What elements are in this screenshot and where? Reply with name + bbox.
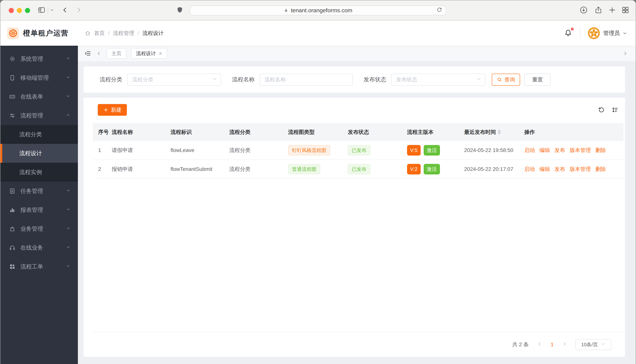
chevron-down-icon[interactable] — [50, 8, 54, 13]
forward-button[interactable] — [75, 6, 82, 14]
user-menu-chevron-icon[interactable] — [622, 31, 627, 36]
notifications-button[interactable] — [564, 29, 572, 38]
sidebar-item-online-forms[interactable]: 在线表单 — [1, 87, 78, 106]
orange-slice-icon — [9, 29, 17, 38]
action-start-link[interactable]: 启动 — [524, 166, 535, 173]
action-delete-link[interactable]: 删除 — [595, 147, 606, 154]
breadcrumb-separator: / — [108, 30, 110, 36]
avatar-orange-icon — [588, 27, 600, 39]
address-bar[interactable]: tenant.orangeforms.com — [190, 6, 446, 15]
shopping-bag-icon — [9, 226, 16, 232]
col-published-at[interactable]: 最近发布时间 — [464, 128, 524, 136]
create-button[interactable]: 新建 — [98, 104, 127, 116]
page-size-select[interactable]: 10条/页 — [575, 339, 611, 350]
action-publish-link[interactable]: 发布 — [554, 166, 565, 173]
tabs-scroll-left-icon[interactable] — [96, 50, 102, 56]
action-version-mgmt-link[interactable]: 版本管理 — [570, 166, 591, 173]
col-actions: 操作 — [524, 128, 623, 136]
sidebar-toggle-icon[interactable] — [38, 6, 46, 15]
browser-window: tenant.orangeforms.com 橙单租户 — [0, 0, 636, 364]
zoom-window-button[interactable] — [25, 8, 30, 13]
sidebar-item-system-mgmt[interactable]: 系统管理 — [1, 50, 78, 68]
row-version: V:5 激活 — [407, 145, 464, 156]
create-button-label: 新建 — [111, 106, 122, 114]
action-edit-link[interactable]: 编辑 — [539, 147, 550, 154]
action-publish-link[interactable]: 发布 — [554, 147, 565, 154]
refresh-icon[interactable] — [598, 106, 605, 114]
table-row: 1 请假申请 flowLeave 流程分类 钉钉风格流程图 已发布 V:5 激活… — [93, 141, 623, 160]
tab-flow-design[interactable]: 流程设计 × — [131, 48, 167, 59]
minimize-window-button[interactable] — [17, 8, 22, 13]
menu-fold-icon[interactable] — [84, 50, 91, 57]
action-start-link[interactable]: 启动 — [524, 147, 535, 154]
sidebar-item-label: 业务管理 — [21, 225, 43, 233]
notification-badge — [571, 28, 574, 30]
sidebar-item-online-business[interactable]: 在线业务 — [1, 238, 78, 257]
share-icon[interactable] — [594, 6, 603, 15]
chevron-down-icon — [66, 244, 71, 251]
url-text: tenant.orangeforms.com — [291, 7, 352, 14]
sidebar-subitem-label: 流程分类 — [19, 131, 42, 138]
row-published-at: 2024-05-22 20:17:07 — [464, 166, 524, 172]
breadcrumb-home[interactable]: 首页 — [94, 30, 105, 37]
row-diagram-type: 钉钉风格流程图 — [288, 145, 348, 156]
tab-home[interactable]: 主页 — [107, 48, 126, 59]
action-edit-link[interactable]: 编辑 — [539, 166, 550, 173]
row-category: 流程分类 — [229, 147, 288, 154]
next-page-icon[interactable] — [562, 341, 567, 348]
chevron-down-icon — [212, 76, 217, 83]
row-version: V:2 激活 — [407, 164, 464, 174]
row-density-icon[interactable] — [611, 106, 619, 114]
col-name: 流程名称 — [112, 128, 170, 136]
sidebar-item-mobile-mgmt[interactable]: 移动端管理 — [1, 68, 78, 87]
mobile-icon — [9, 74, 16, 81]
flow-table-panel: 新建 序号 流程名称 流程标识 流程分类 流程图类型 — [84, 98, 625, 357]
headphones-icon — [9, 244, 16, 251]
active-tag: 激活 — [424, 164, 440, 174]
col-version: 流程主版本 — [407, 128, 464, 136]
prev-page-icon[interactable] — [537, 341, 542, 348]
sidebar-item-business-mgmt[interactable]: 业务管理 — [1, 220, 78, 238]
filter-category-label: 流程分类 — [100, 76, 122, 84]
back-button[interactable] — [61, 6, 69, 14]
sidebar-item-report-mgmt[interactable]: 报表管理 — [1, 200, 78, 220]
action-version-mgmt-link[interactable]: 版本管理 — [570, 147, 591, 154]
flow-name-input[interactable] — [260, 74, 353, 86]
downloads-icon[interactable] — [579, 6, 588, 15]
sidebar-item-flow-mgmt[interactable]: 流程管理 — [1, 106, 78, 125]
search-icon — [497, 77, 502, 82]
sidebar-item-flow-category[interactable]: 流程分类 — [1, 125, 78, 144]
sidebar-item-flow-design[interactable]: 流程设计 — [1, 144, 78, 163]
row-published-at: 2024-05-22 19:58:50 — [464, 147, 524, 153]
sidebar-item-label: 流程工单 — [21, 263, 43, 270]
row-publish-status: 已发布 — [348, 145, 407, 156]
close-tab-icon[interactable]: × — [159, 50, 162, 56]
chevron-down-icon — [66, 74, 71, 81]
tabs-scroll-right-icon[interactable] — [622, 50, 628, 56]
tab-overview-icon[interactable] — [621, 6, 629, 15]
query-button[interactable]: 查询 — [492, 74, 520, 86]
user-avatar[interactable] — [588, 27, 600, 39]
category-select[interactable]: 流程分类 — [127, 74, 221, 86]
breadcrumb-section[interactable]: 流程管理 — [113, 30, 134, 37]
new-tab-icon[interactable] — [608, 6, 616, 15]
breadcrumb-separator: / — [138, 30, 139, 36]
user-name[interactable]: 管理员 — [603, 30, 620, 37]
sidebar-item-label: 在线业务 — [21, 244, 43, 252]
close-window-button[interactable] — [9, 8, 14, 13]
sidebar-item-task-mgmt[interactable]: 任务管理 — [1, 182, 78, 200]
header-actions: 管理员 — [564, 27, 627, 39]
row-flow-name: 报销申请 — [112, 166, 170, 173]
col-diagram-type: 流程图类型 — [288, 128, 348, 136]
row-flow-key: flowTenantSubmit — [170, 166, 229, 172]
reload-icon[interactable] — [436, 7, 443, 14]
status-select[interactable]: 发布状态 — [391, 74, 485, 86]
sidebar-item-flow-instance[interactable]: 流程实例 — [1, 163, 78, 182]
sort-carets-icon[interactable] — [498, 130, 501, 134]
reset-button[interactable]: 重置 — [524, 74, 551, 86]
sidebar-item-flow-workorder[interactable]: 流程工单 — [1, 257, 78, 276]
page-number[interactable]: 1 — [551, 342, 554, 348]
chevron-up-icon — [66, 112, 71, 119]
action-delete-link[interactable]: 删除 — [595, 166, 606, 173]
privacy-shield-icon[interactable] — [176, 6, 184, 15]
